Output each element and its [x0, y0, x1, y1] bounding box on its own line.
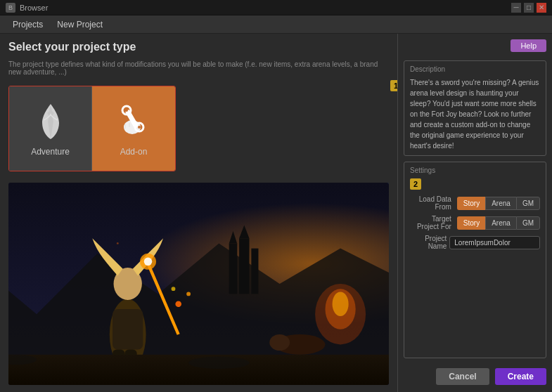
project-name-input[interactable]: [449, 236, 540, 249]
target-gm-btn[interactable]: GM: [516, 216, 540, 230]
main-layout: Select your project type The project typ…: [0, 34, 552, 392]
image-canvas: [8, 183, 389, 385]
svg-rect-17: [251, 249, 258, 294]
project-type-selector: Adventure: [8, 86, 176, 171]
svg-point-31: [175, 301, 181, 307]
svg-rect-1: [124, 125, 128, 128]
settings-label: Settings: [410, 166, 540, 174]
help-button[interactable]: Help: [511, 39, 546, 52]
svg-rect-28: [113, 309, 143, 350]
image-preview: [8, 183, 389, 385]
addon-label: Add-on: [120, 147, 148, 157]
menu-new-project[interactable]: New Project: [50, 18, 110, 32]
project-type-adventure[interactable]: Adventure: [9, 86, 92, 171]
svg-rect-15: [229, 243, 238, 294]
load-story-btn[interactable]: Story: [457, 197, 485, 210]
settings-section: Settings 2 Load Data From Story Arena GM…: [404, 162, 546, 358]
app-icon: B: [6, 3, 15, 13]
target-project-label: Target Project For: [410, 215, 454, 230]
titlebar: B Browser ─ □ ✕: [0, 0, 552, 15]
project-type-addon[interactable]: Add-on: [92, 86, 175, 171]
project-name-label: Project Name: [410, 235, 449, 250]
load-arena-btn[interactable]: Arena: [485, 197, 516, 210]
adventure-icon: [30, 100, 72, 143]
svg-point-36: [188, 357, 249, 369]
cancel-button[interactable]: Cancel: [436, 368, 489, 385]
svg-point-7: [125, 109, 128, 112]
svg-point-32: [186, 292, 191, 296]
page-title: Select your project type: [8, 41, 389, 53]
svg-point-33: [172, 287, 176, 291]
description-section: Description There's a sword you're missi…: [404, 60, 546, 156]
project-name-row: Project Name: [410, 235, 540, 250]
svg-rect-16: [239, 238, 249, 294]
minimize-button[interactable]: ─: [511, 3, 521, 13]
maximize-button[interactable]: □: [524, 3, 534, 13]
svg-point-41: [269, 334, 290, 351]
badge-1: 1: [390, 80, 397, 91]
target-arena-btn[interactable]: Arena: [485, 216, 516, 230]
target-story-btn[interactable]: Story: [457, 216, 485, 230]
load-data-row: Load Data From Story Arena GM: [410, 195, 540, 211]
svg-point-27: [144, 258, 153, 266]
load-data-toggle: Story Arena GM: [457, 197, 540, 210]
addon-icon: [113, 100, 155, 143]
target-project-toggle: Story Arena GM: [457, 216, 540, 230]
create-button[interactable]: Create: [495, 368, 546, 385]
right-panel: Help Description There's a sword you're …: [397, 34, 552, 392]
window-controls: ─ □ ✕: [511, 3, 546, 13]
load-data-label: Load Data From: [410, 195, 454, 211]
load-gm-btn[interactable]: GM: [516, 197, 540, 210]
svg-point-9: [138, 126, 141, 129]
target-project-row: Target Project For Story Arena GM: [410, 215, 540, 230]
menubar: Projects New Project: [0, 15, 552, 34]
svg-point-44: [117, 242, 119, 244]
description-label: Description: [410, 65, 540, 73]
page-subtitle: The project type defines what kind of mo…: [8, 60, 389, 76]
window-title: Browser: [20, 4, 511, 12]
bottom-buttons: Cancel Create: [404, 364, 546, 386]
close-button[interactable]: ✕: [537, 3, 546, 13]
description-text: There's a sword you're missing? A genius…: [410, 77, 540, 151]
svg-rect-2: [128, 123, 132, 126]
badge-2: 2: [410, 178, 421, 190]
menu-projects[interactable]: Projects: [6, 18, 50, 32]
adventure-label: Adventure: [31, 147, 70, 157]
fantasy-scene-svg: [8, 183, 389, 385]
svg-point-39: [333, 292, 349, 317]
left-panel: Select your project type The project typ…: [0, 34, 397, 392]
